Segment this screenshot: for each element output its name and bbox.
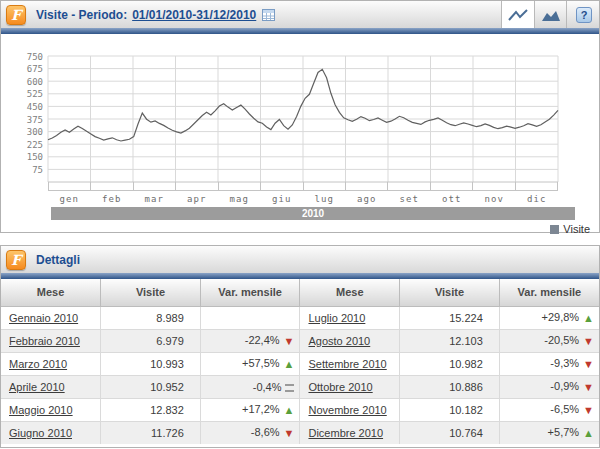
- month-tick-cell: [472, 182, 514, 190]
- mese-cell: Marzo 2010: [1, 352, 101, 375]
- mese-cell: Giugno 2010: [1, 421, 101, 444]
- visite-cell: 15.224: [400, 306, 500, 329]
- month-link[interactable]: Giugno 2010: [9, 427, 72, 439]
- x-axis-tick-band: [48, 182, 558, 191]
- column-header: Var. mensile: [499, 279, 599, 306]
- line-chart: 75067560052545037530022515075 genfebmara…: [1, 34, 599, 232]
- trend-up-icon: ▲: [284, 405, 295, 416]
- var-value: -9,3%: [550, 357, 579, 369]
- mese-cell: Settembre 2010: [300, 352, 400, 375]
- help-button[interactable]: ?: [576, 7, 592, 23]
- table-row: Aprile 201010.952-0,4%Ottobre 201010.886…: [1, 375, 599, 398]
- panel-title: Visite - Periodo:: [36, 8, 127, 22]
- month-link[interactable]: Ottobre 2010: [308, 381, 372, 393]
- y-axis-tick-label: 300: [1, 127, 43, 137]
- month-tick-cell: [90, 182, 132, 190]
- visite-cell: 12.103: [400, 329, 500, 352]
- y-axis-tick-label: 225: [1, 140, 43, 150]
- mese-cell: Agosto 2010: [300, 329, 400, 352]
- month-tick-cell: [345, 182, 387, 190]
- trend-down-icon: ▼: [284, 428, 295, 439]
- month-label: apr: [176, 194, 219, 204]
- month-link[interactable]: Settembre 2010: [308, 358, 386, 370]
- month-link[interactable]: Aprile 2010: [9, 381, 65, 393]
- month-label: nov: [473, 194, 516, 204]
- mese-cell: Maggio 2010: [1, 398, 101, 421]
- area-chart-button[interactable]: [534, 1, 567, 28]
- var-value: -20,5%: [544, 334, 579, 346]
- shinystat-logo-icon: F: [6, 250, 26, 270]
- month-tick-cell: [430, 182, 472, 190]
- table-body: Gennaio 20108.989Luglio 201015.224+29,8%…: [1, 306, 599, 444]
- var-value: -6,5%: [550, 403, 579, 415]
- month-tick-cell: [515, 182, 557, 190]
- y-axis-tick-label: 450: [1, 102, 43, 112]
- timeline-scrollbar[interactable]: 2010: [51, 207, 575, 220]
- var-value: +29,8%: [541, 311, 579, 323]
- month-label: set: [388, 194, 431, 204]
- var-mensile-cell: +17,2%▲: [200, 398, 300, 421]
- visite-cell: 10.886: [400, 375, 500, 398]
- var-mensile-cell: -20,5%▼: [499, 329, 599, 352]
- visite-cell: 10.764: [400, 421, 500, 444]
- visite-cell: 11.726: [101, 421, 201, 444]
- chart-panel-header: F Visite - Periodo: 01/01/2010-31/12/201…: [1, 1, 599, 28]
- month-link[interactable]: Maggio 2010: [9, 404, 73, 416]
- var-value: +17,2%: [242, 403, 280, 415]
- var-mensile-cell: -8,6%▼: [200, 421, 300, 444]
- column-header: Visite: [101, 279, 201, 306]
- month-link[interactable]: Marzo 2010: [9, 358, 67, 370]
- month-link[interactable]: Novembre 2010: [308, 404, 386, 416]
- month-label: mar: [133, 194, 176, 204]
- var-value: -0,9%: [550, 380, 579, 392]
- visite-cell: 10.952: [101, 375, 201, 398]
- month-tick-cell: [133, 182, 175, 190]
- var-mensile-cell: +29,8%▲: [499, 306, 599, 329]
- table-row: Gennaio 20108.989Luglio 201015.224+29,8%…: [1, 306, 599, 329]
- month-label: giu: [261, 194, 304, 204]
- legend-label: Visite: [563, 223, 590, 235]
- x-axis-labels: genfebmaraprmaggiulugagosetottnovdic: [48, 194, 558, 204]
- y-axis-tick-label: 525: [1, 89, 43, 99]
- trend-up-icon: ▲: [583, 313, 594, 324]
- mese-cell: Febbraio 2010: [1, 329, 101, 352]
- period-link[interactable]: 01/01/2010-31/12/2010: [132, 8, 256, 22]
- mese-cell: Aprile 2010: [1, 375, 101, 398]
- line-chart-icon: [508, 8, 528, 22]
- mese-cell: Gennaio 2010: [1, 306, 101, 329]
- month-tick-cell: [175, 182, 217, 190]
- month-label: lug: [303, 194, 346, 204]
- month-tick-cell: [260, 182, 302, 190]
- month-tick-cell: [48, 182, 90, 190]
- line-chart-button[interactable]: [501, 1, 534, 28]
- var-value: -8,6%: [251, 426, 280, 438]
- var-mensile-cell: +5,7%▲: [499, 421, 599, 444]
- area-chart-icon: [541, 8, 561, 22]
- mese-cell: Luglio 2010: [300, 306, 400, 329]
- mese-cell: Novembre 2010: [300, 398, 400, 421]
- month-tick-cell: [387, 182, 429, 190]
- trend-down-icon: ▼: [583, 405, 594, 416]
- visite-cell: 10.182: [400, 398, 500, 421]
- mese-cell: Ottobre 2010: [300, 375, 400, 398]
- trend-down-icon: ▼: [284, 336, 295, 347]
- visite-cell: 10.982: [400, 352, 500, 375]
- var-mensile-cell: -22,4%▼: [200, 329, 300, 352]
- trend-up-icon: ▲: [583, 428, 594, 439]
- var-value: +57,5%: [242, 357, 280, 369]
- month-link[interactable]: Gennaio 2010: [9, 312, 78, 324]
- table-row: Maggio 201012.832+17,2%▲Novembre 201010.…: [1, 398, 599, 421]
- month-link[interactable]: Luglio 2010: [308, 312, 365, 324]
- calendar-icon[interactable]: [262, 8, 276, 22]
- trend-flat-icon: [285, 384, 294, 392]
- trend-up-icon: ▲: [284, 359, 295, 370]
- month-tick-cell: [218, 182, 260, 190]
- month-link[interactable]: Dicembre 2010: [308, 427, 383, 439]
- month-label: ott: [431, 194, 474, 204]
- visite-cell: 12.832: [101, 398, 201, 421]
- details-panel-header: F Dettagli: [1, 246, 599, 273]
- chart-type-toggle: ?: [501, 1, 599, 28]
- month-link[interactable]: Agosto 2010: [308, 335, 370, 347]
- trend-down-icon: ▼: [583, 359, 594, 370]
- month-link[interactable]: Febbraio 2010: [9, 335, 80, 347]
